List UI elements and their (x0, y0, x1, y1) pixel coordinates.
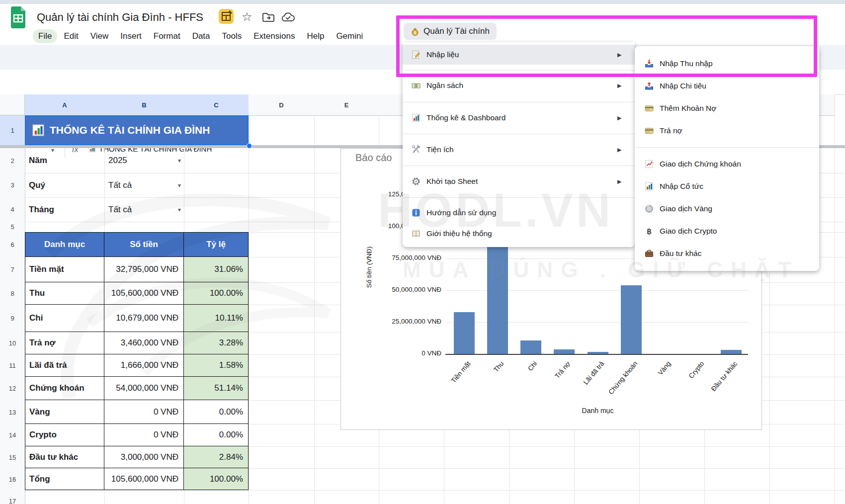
card-icon (645, 126, 654, 135)
fill-handle[interactable] (247, 143, 252, 149)
submenu-item-9[interactable]: Đầu tư khác (635, 244, 819, 263)
y-axis-tick-label: 75,000,000 VNĐ (362, 254, 441, 261)
labs-badge-icon[interactable] (219, 9, 234, 24)
doc-title[interactable]: Quản lý tài chính Gia Đình - HFFS (37, 11, 203, 24)
bar-9 (721, 350, 742, 354)
menubar-item-help[interactable]: Help (301, 29, 330, 43)
menubar-item-view[interactable]: View (85, 29, 114, 43)
menu-item-label: Hướng dẫn sử dụng (426, 208, 496, 217)
stats-icon (645, 182, 654, 191)
column-header-D[interactable]: D (249, 94, 315, 116)
submenu-item-7[interactable]: Giao dịch Vàng (635, 199, 819, 219)
submenu-arrow-icon: ▶ (617, 83, 621, 89)
gridline-horizontal (25, 490, 845, 491)
table-row-amount: 0 VNĐ (104, 424, 184, 446)
move-folder-icon[interactable] (262, 12, 275, 22)
submenu-item-label: Trả nợ (660, 126, 682, 135)
card-icon (645, 104, 654, 113)
menubar-item-data[interactable]: Data (187, 29, 216, 43)
menu-separator (403, 134, 635, 134)
chart-up-icon (645, 160, 654, 168)
submenu-item-5[interactable]: Giao dịch Chứng khoán (635, 154, 819, 174)
baht-icon: ฿ (645, 227, 654, 236)
menubar-item-format[interactable]: Format (148, 29, 186, 43)
column-header-E[interactable]: E (314, 94, 379, 116)
row-header-13[interactable]: 13 (0, 400, 25, 424)
row-header-2[interactable]: 2 (0, 148, 25, 173)
menu-separator (403, 197, 635, 198)
row-header-3[interactable]: 3 (0, 173, 25, 198)
menu-item-4[interactable]: Tiện ích▶ (403, 140, 635, 160)
menubar-item-insert[interactable]: Insert (115, 29, 147, 43)
cloud-status-icon[interactable] (281, 12, 295, 22)
menu-item-label: Giới thiệu hệ thống (426, 229, 492, 238)
row-header-5[interactable]: 5 (0, 222, 25, 233)
table-row-ratio: 0.00% (184, 424, 249, 446)
row-header-12[interactable]: 12 (0, 377, 25, 401)
menu-item-2[interactable]: $ Ngân sách▶ (403, 76, 635, 95)
row-header-4[interactable]: 4 (0, 197, 25, 222)
coin-icon (645, 204, 654, 213)
submenu-item-label: Nhập Cổ tức (660, 182, 703, 191)
menu-item-7[interactable]: Giới thiệu hệ thống (403, 224, 635, 244)
menu-item-6[interactable]: Hướng dẫn sử dụng (403, 203, 635, 223)
menubar-item-gemini[interactable]: Gemini (331, 29, 368, 43)
submenu-item-label: Giao dịch Crypto (660, 227, 717, 236)
inbox-out-icon (645, 82, 654, 90)
stats-icon (32, 124, 45, 137)
title-cell-a1[interactable]: THỐNG KÊ TÀI CHÍNH GIA ĐÌNH (25, 115, 249, 145)
y-axis-title: Số tiền (VNĐ) (329, 263, 409, 271)
row-header-14[interactable]: 14 (0, 424, 25, 447)
submenu-item-label: Giao dịch Vàng (660, 204, 712, 213)
column-header-A[interactable]: A (25, 94, 105, 116)
chart-title: Báo cáo (355, 152, 392, 164)
bar-1 (454, 312, 475, 354)
submenu-item-label: Giao dịch Chứng khoán (660, 160, 741, 168)
menubar-item-edit[interactable]: Edit (58, 29, 84, 43)
submenu-arrow-icon: ▶ (617, 147, 621, 153)
window-top-strip (0, 0, 845, 4)
submenu-item-2[interactable]: Nhập Chi tiêu (635, 76, 819, 96)
star-icon[interactable]: ☆ (242, 10, 253, 24)
menu-item-3[interactable]: Thống kê & Dashboard▶ (403, 108, 635, 128)
row-header-10[interactable]: 10 (0, 332, 25, 355)
submenu-arrow-icon: ▶ (617, 115, 621, 121)
row-header-1[interactable]: 1 (0, 115, 25, 146)
y-axis-tick-label: 0 VNĐ (362, 349, 441, 357)
menu-item-5[interactable]: Khởi tạo Sheet▶ (403, 171, 635, 191)
column-header-C[interactable]: C (184, 94, 249, 116)
row-header-6[interactable]: 6 (0, 232, 25, 257)
row-header-9[interactable]: 9 (0, 305, 25, 333)
submenu-item-4[interactable]: Trả nợ (635, 121, 819, 141)
table-row-ratio: 2.84% (184, 446, 249, 468)
menu-item-label: Ngân sách (426, 81, 463, 90)
submenu-item-6[interactable]: Nhập Cổ tức (635, 176, 819, 196)
x-axis-title: Danh mục (548, 407, 648, 415)
row-header-16[interactable]: 16 (0, 468, 25, 491)
gear-icon (412, 177, 421, 186)
menubar-item-extensions[interactable]: Extensions (248, 29, 300, 43)
chevron-down-icon[interactable]: ▾ (178, 157, 181, 164)
menu-bar: FileEditViewInsertFormatDataToolsExtensi… (33, 28, 368, 45)
row-header-15[interactable]: 15 (0, 446, 25, 469)
y-axis-tick-label: 50,000,000 VNĐ (362, 286, 441, 293)
highlight-annotation-box (396, 15, 817, 77)
select-all-corner[interactable] (0, 94, 25, 115)
row-header-17[interactable]: 17 (0, 490, 25, 504)
stats-icon (412, 113, 421, 122)
column-header-B[interactable]: B (104, 94, 184, 116)
row-header-11[interactable]: 11 (0, 354, 25, 377)
gridline-vertical (835, 115, 835, 504)
menubar-item-file[interactable]: File (33, 29, 57, 43)
menubar-item-tools[interactable]: Tools (217, 29, 248, 43)
row-header-8[interactable]: 8 (0, 282, 25, 305)
submenu-item-8[interactable]: ฿ Giao dịch Crypto (635, 221, 819, 241)
google-sheets-app: Quản lý tài chính Gia Đình - HFFS ☆ Fil (0, 0, 845, 504)
nhap-lieu-submenu: Nhập Thu nhập Nhập Chi tiêu Thêm Khoản N… (635, 46, 819, 271)
submenu-item-3[interactable]: Thêm Khoản Nợ (635, 98, 819, 118)
row-header-7[interactable]: 7 (0, 257, 25, 283)
sheets-logo-icon[interactable] (9, 6, 27, 29)
menu-item-label: Tiện ích (426, 145, 454, 154)
tools-icon (412, 145, 421, 154)
bar-3 (520, 340, 541, 354)
